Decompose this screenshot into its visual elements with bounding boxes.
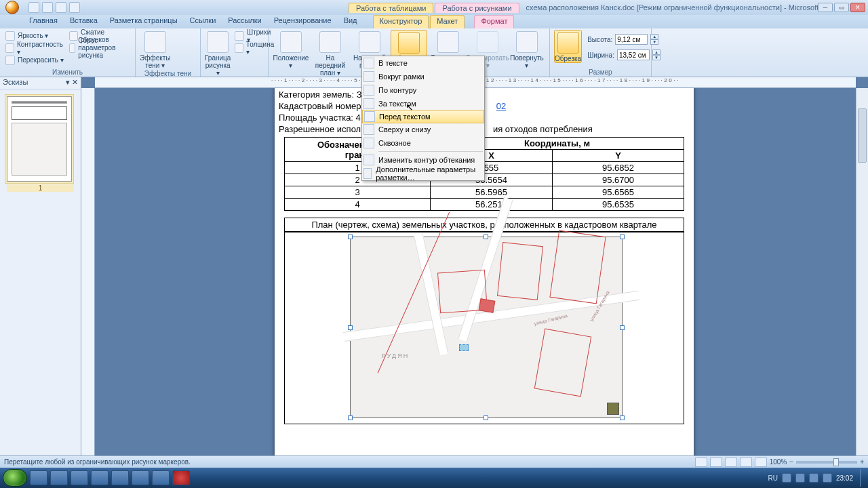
table-row: 356.596595.6565	[285, 186, 684, 199]
compress-icon	[69, 31, 78, 41]
view-print-layout-icon[interactable]	[695, 458, 707, 467]
view-draft-icon[interactable]	[755, 458, 767, 467]
send-back-icon	[359, 31, 380, 53]
rotate-button[interactable]: Повернуть ▾	[509, 30, 545, 69]
resize-handle[interactable]	[620, 415, 625, 420]
resize-handle[interactable]	[348, 235, 353, 239]
taskbar-folder-icon[interactable]	[50, 470, 68, 485]
resize-handle[interactable]	[348, 415, 353, 420]
wrap-more-options[interactable]: Дополнительные параметры разметки…	[362, 167, 484, 180]
wrap-inline-icon	[363, 58, 374, 68]
thumbnails-title: Эскизы	[3, 78, 28, 88]
zoom-out-button[interactable]: −	[789, 458, 793, 466]
zoom-percent[interactable]: 100%	[770, 458, 787, 466]
tab-picture-format[interactable]: Формат	[474, 15, 514, 28]
tab-home[interactable]: Главная	[23, 15, 64, 28]
tray-lang[interactable]: RU	[768, 474, 778, 482]
view-outline-icon[interactable]	[740, 458, 752, 467]
tray-clock[interactable]: 23:02	[836, 474, 856, 482]
contrast-icon	[5, 43, 14, 53]
maximize-button[interactable]: ▭	[834, 3, 849, 12]
taskbar-opera-icon[interactable]	[172, 470, 190, 485]
map-scale-icon	[607, 403, 619, 415]
minimize-button[interactable]: ─	[818, 3, 833, 12]
wrap-text-dropdown: В тексте Вокруг рамки По контуру За текс…	[361, 56, 485, 181]
tab-table-layout[interactable]: Макет	[430, 15, 465, 28]
tab-mailings[interactable]: Рассылки	[222, 15, 267, 28]
resize-handle[interactable]	[348, 325, 353, 330]
vertical-ruler[interactable]	[81, 88, 95, 468]
position-icon	[280, 31, 302, 53]
wrap-icon	[398, 32, 420, 54]
recolor-button[interactable]: Перекрасить ▾	[4, 54, 65, 66]
taskbar-app-icon[interactable]	[152, 470, 170, 485]
vertical-scrollbar[interactable]	[856, 88, 868, 468]
height-field[interactable]: Высота:▲▼	[585, 33, 660, 46]
wrap-behind[interactable]: За текстом	[362, 97, 484, 110]
wrap-inline[interactable]: В тексте	[362, 56, 484, 70]
taskbar-yandex-icon[interactable]	[132, 470, 149, 485]
crop-button[interactable]: Обрезка	[554, 30, 582, 63]
reset-picture-button[interactable]: Сброс параметров рисунка	[68, 42, 131, 54]
qat-undo-icon[interactable]	[42, 2, 53, 13]
wrap-tight-icon	[363, 85, 374, 96]
wrap-tight[interactable]: По контуру	[362, 83, 484, 97]
taskbar-app-icon[interactable]	[71, 470, 88, 485]
tray-icon[interactable]	[823, 473, 832, 483]
contrast-button[interactable]: Контрастность ▾	[4, 42, 65, 54]
taskbar-app-icon[interactable]	[91, 470, 108, 485]
tray-icon[interactable]	[782, 473, 791, 483]
title-bar: Работа с таблицами Работа с рисунками сх…	[0, 0, 868, 15]
view-full-screen-icon[interactable]	[710, 458, 722, 467]
context-tab-pictures: Работа с рисунками	[435, 3, 519, 13]
wrap-topbottom[interactable]: Сверху и снизу	[362, 123, 484, 136]
wrap-front[interactable]: Перед текстом	[362, 110, 484, 123]
weight-icon	[235, 43, 243, 53]
tray-network-icon[interactable]	[795, 473, 805, 483]
map-image[interactable]: улица Гагарина улица Гагарина РУДЯН	[350, 237, 623, 418]
resize-handle[interactable]	[620, 235, 625, 239]
tray-volume-icon[interactable]	[809, 473, 818, 483]
tab-references[interactable]: Ссылки	[184, 15, 222, 28]
tab-review[interactable]: Рецензирование	[268, 15, 338, 28]
recolor-icon	[5, 56, 15, 65]
page-thumbnail[interactable]	[7, 96, 72, 182]
office-button[interactable]	[0, 0, 24, 15]
qat-custom-icon[interactable]	[69, 2, 80, 13]
start-button[interactable]	[3, 469, 27, 487]
taskbar-explorer-icon[interactable]	[30, 470, 47, 485]
quick-access-toolbar	[24, 2, 84, 13]
map-container: улица Гагарина улица Гагарина РУДЯН	[284, 232, 684, 424]
show-desktop-button[interactable]	[860, 469, 865, 487]
tab-page-layout[interactable]: Разметка страницы	[104, 15, 184, 28]
resize-handle[interactable]	[484, 235, 488, 239]
resize-handle[interactable]	[620, 325, 625, 330]
resize-handle[interactable]	[484, 415, 488, 420]
map-area-label: РУДЯН	[382, 352, 409, 359]
border-icon	[207, 31, 229, 53]
street-label: улица Гагарина	[534, 313, 568, 326]
shadow-effects-button[interactable]: Эффекты тени ▾	[140, 30, 170, 69]
wrap-through-icon	[363, 138, 374, 148]
zoom-in-button[interactable]: +	[860, 458, 864, 466]
tab-table-design[interactable]: Конструктор	[373, 15, 429, 28]
brightness-button[interactable]: Яркость ▾	[4, 30, 65, 41]
view-web-layout-icon[interactable]	[725, 458, 737, 467]
width-field[interactable]: Ширина:▲▼	[585, 48, 660, 62]
wrap-through[interactable]: Сквозное	[362, 136, 484, 150]
position-button[interactable]: Положение ▾	[273, 30, 309, 69]
wrap-edit-points[interactable]: Изменить контур обтекания	[362, 153, 484, 167]
tab-view[interactable]: Вид	[338, 15, 363, 28]
selected-marker[interactable]	[459, 344, 469, 351]
thumbnails-dropdown-icon[interactable]: ▾ ✕	[66, 78, 78, 88]
picture-border-button[interactable]: Граница рисунка ▾	[205, 30, 231, 77]
wrap-square[interactable]: Вокруг рамки	[362, 70, 484, 83]
qat-save-icon[interactable]	[28, 2, 39, 13]
tab-insert[interactable]: Вставка	[64, 15, 104, 28]
taskbar-app-icon[interactable]	[111, 470, 129, 485]
bring-front-button[interactable]: На передний план ▾	[312, 30, 349, 77]
zoom-slider[interactable]	[796, 461, 857, 464]
close-button[interactable]: ✕	[850, 3, 865, 12]
qat-redo-icon[interactable]	[56, 2, 66, 13]
wrap-square-icon	[363, 71, 374, 82]
